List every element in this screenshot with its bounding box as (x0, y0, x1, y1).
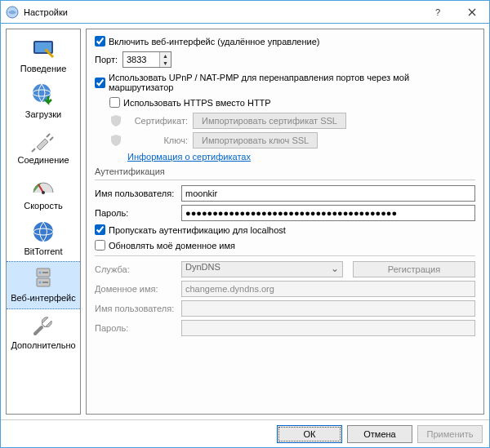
titlebar: Настройки ? (1, 1, 489, 24)
ddns-service-label: Служба: (95, 264, 176, 274)
ddns-domain-label: Доменное имя: (95, 284, 176, 294)
svg-point-7 (33, 222, 53, 242)
upnp-checkbox[interactable] (95, 78, 105, 88)
svg-point-11 (39, 272, 42, 274)
shield-icon (109, 114, 122, 127)
plug-icon (30, 127, 56, 153)
globe-icon (30, 219, 56, 245)
sidebar-item-label: Соединение (17, 155, 69, 165)
ddns-username-input (181, 300, 475, 317)
password-input[interactable] (181, 205, 475, 221)
help-button[interactable]: ? (421, 1, 455, 23)
ddns-password-input (181, 320, 475, 336)
main-panel: Включить веб-интерфейс (удалённое управл… (86, 29, 484, 415)
sidebar-item-webui[interactable]: Веб-интерфейс (7, 261, 80, 308)
sidebar-item-downloads[interactable]: Загрузки (7, 78, 80, 124)
ddns-enable-label: Обновлять моё доменное имя (109, 241, 235, 251)
sidebar-item-label: Скорость (24, 201, 63, 211)
gauge-icon (30, 173, 56, 199)
svg-point-12 (39, 282, 42, 284)
bypass-localhost-label: Пропускать аутентификацию для localhost (109, 225, 286, 235)
auth-section-title: Аутентификация (95, 166, 475, 176)
ddns-username-label: Имя пользователя: (95, 304, 176, 313)
import-cert-button: Импортировать сертификат SSL (193, 113, 346, 129)
ddns-password-label: Пароль: (95, 323, 176, 333)
cert-info-link[interactable]: Информация о сертификатах (127, 152, 251, 162)
close-icon (468, 8, 476, 16)
ddns-domain-input (181, 281, 475, 297)
ddns-service-value: DynDNS (185, 262, 220, 272)
enable-webui-label: Включить веб-интерфейс (удалённое управл… (109, 37, 319, 47)
svg-rect-2 (35, 42, 51, 52)
apply-button: Применить (417, 425, 483, 443)
username-input[interactable] (181, 185, 475, 202)
svg-rect-13 (42, 272, 48, 273)
sidebar-item-behavior[interactable]: Поведение (7, 33, 80, 78)
server-icon (30, 265, 56, 291)
https-label: Использовать HTTPS вместо HTTP (123, 98, 271, 108)
sidebar-item-label: BitTorrent (24, 246, 62, 256)
port-spinner[interactable]: ▲▼ (122, 51, 172, 68)
spinner-arrows[interactable]: ▲▼ (159, 52, 171, 67)
port-label: Порт: (95, 55, 118, 64)
bypass-localhost-checkbox[interactable] (95, 224, 105, 235)
ddns-enable-checkbox[interactable] (95, 240, 105, 251)
ok-button[interactable]: ОК (277, 425, 342, 443)
key-label: Ключ: (127, 135, 188, 145)
import-key-button: Импортировать ключ SSL (193, 132, 318, 149)
sidebar-item-connection[interactable]: Соединение (7, 124, 80, 170)
body: Поведение Загрузки Соединение Скорость B… (1, 24, 489, 419)
port-input[interactable] (123, 52, 159, 67)
svg-rect-14 (42, 282, 48, 283)
divider (95, 180, 475, 180)
divider (95, 255, 475, 256)
monitor-icon (30, 36, 56, 62)
wrench-icon (30, 313, 56, 339)
sidebar-item-label: Поведение (20, 64, 67, 73)
sidebar-item-label: Дополнительно (11, 340, 75, 350)
footer: ОК Отмена Применить (1, 419, 489, 447)
password-label: Пароль: (95, 208, 176, 218)
enable-webui-checkbox[interactable] (95, 36, 105, 47)
sidebar-item-bittorrent[interactable]: BitTorrent (7, 215, 80, 261)
cert-label: Сертификат: (127, 116, 188, 126)
sidebar: Поведение Загрузки Соединение Скорость B… (6, 29, 81, 415)
sidebar-item-label: Веб-интерфейс (11, 293, 75, 303)
https-checkbox[interactable] (109, 97, 120, 108)
globe-arrow-icon (30, 82, 56, 108)
cancel-button[interactable]: Отмена (347, 425, 412, 443)
settings-window: Настройки ? Поведение Загрузки Соединени… (0, 0, 490, 448)
shield-icon (109, 134, 122, 147)
close-button[interactable] (455, 1, 489, 23)
sidebar-item-speed[interactable]: Скорость (7, 170, 80, 215)
svg-point-3 (45, 49, 48, 52)
username-label: Имя пользователя: (95, 189, 176, 198)
window-title: Настройки (24, 7, 421, 17)
ddns-service-select: DynDNS (181, 261, 343, 277)
svg-point-6 (42, 191, 45, 194)
sidebar-item-label: Загрузки (25, 109, 61, 119)
upnp-label: Использовать UPnP / NAT-PMP для перенапр… (109, 73, 475, 92)
ddns-register-button: Регистрация (353, 261, 475, 277)
sidebar-item-advanced[interactable]: Дополнительно (7, 309, 80, 355)
app-icon (6, 6, 19, 19)
